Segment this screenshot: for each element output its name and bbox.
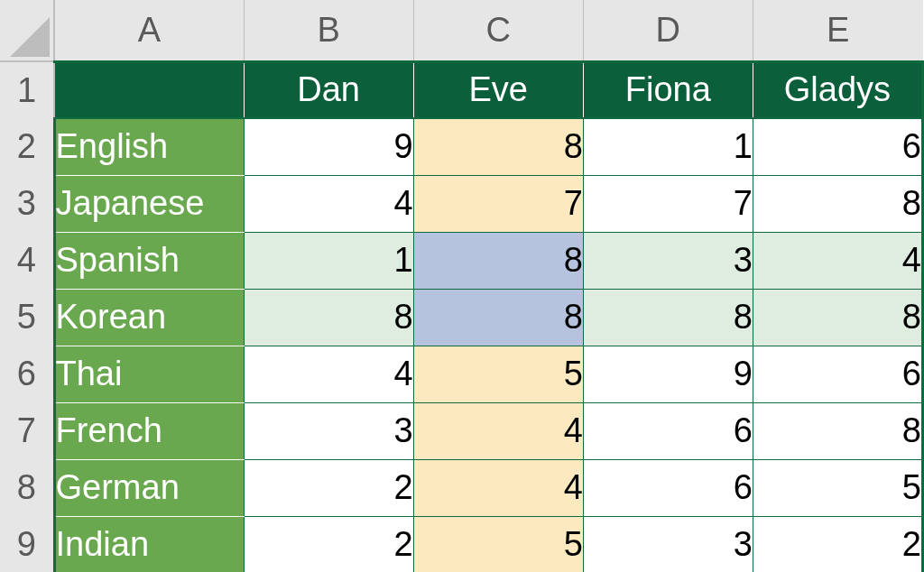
cell-C6[interactable]: 5 <box>413 346 583 402</box>
cell-A8[interactable]: German <box>54 459 244 516</box>
table-row: 5 Korean 8 8 8 8 <box>0 289 923 346</box>
row-header-3[interactable]: 3 <box>0 175 54 232</box>
cell-B3[interactable]: 4 <box>244 175 413 232</box>
cell-C7[interactable]: 4 <box>413 402 583 459</box>
cell-C4[interactable]: 8 <box>413 232 583 289</box>
cell-D1[interactable]: Fiona <box>583 61 753 118</box>
cell-A4[interactable]: Spanish <box>54 232 244 289</box>
column-header-C[interactable]: C <box>413 0 583 61</box>
table-row: 9 Indian 2 5 3 2 <box>0 516 923 572</box>
cell-D6[interactable]: 9 <box>583 346 753 402</box>
cell-D9[interactable]: 3 <box>583 516 753 572</box>
column-header-B[interactable]: B <box>244 0 413 61</box>
cell-D5[interactable]: 8 <box>583 289 753 346</box>
cell-A7[interactable]: French <box>54 402 244 459</box>
cell-A6[interactable]: Thai <box>54 346 244 402</box>
column-header-D[interactable]: D <box>583 0 753 61</box>
table-row: 4 Spanish 1 8 3 4 <box>0 232 923 289</box>
cell-B4[interactable]: 1 <box>244 232 413 289</box>
select-all-corner[interactable] <box>0 0 54 61</box>
cell-B5[interactable]: 8 <box>244 289 413 346</box>
cell-D2[interactable]: 1 <box>583 118 753 175</box>
column-header-E[interactable]: E <box>753 0 922 61</box>
cell-B2[interactable]: 9 <box>244 118 413 175</box>
table-row: 2 English 9 8 1 6 <box>0 118 923 175</box>
row-header-5[interactable]: 5 <box>0 289 54 346</box>
cell-E2[interactable]: 6 <box>753 118 922 175</box>
row-header-1[interactable]: 1 <box>0 61 54 118</box>
row-header-2[interactable]: 2 <box>0 118 54 175</box>
table-row: 3 Japanese 4 7 7 8 <box>0 175 923 232</box>
cell-B7[interactable]: 3 <box>244 402 413 459</box>
cell-B8[interactable]: 2 <box>244 459 413 516</box>
cell-A9[interactable]: Indian <box>54 516 244 572</box>
column-header-row: A B C D E <box>0 0 923 61</box>
table-row: 7 French 3 4 6 8 <box>0 402 923 459</box>
cell-A2[interactable]: English <box>54 118 244 175</box>
cell-D4[interactable]: 3 <box>583 232 753 289</box>
table-row: 8 German 2 4 6 5 <box>0 459 923 516</box>
cell-E3[interactable]: 8 <box>753 175 922 232</box>
cell-E6[interactable]: 6 <box>753 346 922 402</box>
select-all-triangle-icon <box>10 17 50 57</box>
cell-E1[interactable]: Gladys <box>753 61 922 118</box>
cell-B1[interactable]: Dan <box>244 61 413 118</box>
spreadsheet-grid[interactable]: A B C D E 1 Dan Eve Fiona Gladys 2 Engli… <box>0 0 924 572</box>
table-row: 1 Dan Eve Fiona Gladys <box>0 61 923 118</box>
row-header-6[interactable]: 6 <box>0 346 54 402</box>
cell-D7[interactable]: 6 <box>583 402 753 459</box>
spreadsheet-view: A B C D E 1 Dan Eve Fiona Gladys 2 Engli… <box>0 0 924 572</box>
cell-C1[interactable]: Eve <box>413 61 583 118</box>
column-header-A[interactable]: A <box>54 0 244 61</box>
cell-D8[interactable]: 6 <box>583 459 753 516</box>
cell-E9[interactable]: 2 <box>753 516 922 572</box>
row-header-7[interactable]: 7 <box>0 402 54 459</box>
cell-C5[interactable]: 8 <box>413 289 583 346</box>
cell-A3[interactable]: Japanese <box>54 175 244 232</box>
cell-B6[interactable]: 4 <box>244 346 413 402</box>
cell-E4[interactable]: 4 <box>753 232 922 289</box>
cell-B9[interactable]: 2 <box>244 516 413 572</box>
row-header-4[interactable]: 4 <box>0 232 54 289</box>
cell-C2[interactable]: 8 <box>413 118 583 175</box>
cell-D3[interactable]: 7 <box>583 175 753 232</box>
cell-E8[interactable]: 5 <box>753 459 922 516</box>
cell-E7[interactable]: 8 <box>753 402 922 459</box>
cell-C9[interactable]: 5 <box>413 516 583 572</box>
cell-C8[interactable]: 4 <box>413 459 583 516</box>
cell-A1[interactable] <box>54 61 244 118</box>
cell-A5[interactable]: Korean <box>54 289 244 346</box>
row-header-9[interactable]: 9 <box>0 516 54 572</box>
row-header-8[interactable]: 8 <box>0 459 54 516</box>
cell-C3[interactable]: 7 <box>413 175 583 232</box>
table-row: 6 Thai 4 5 9 6 <box>0 346 923 402</box>
svg-marker-0 <box>10 17 50 57</box>
cell-E5[interactable]: 8 <box>753 289 922 346</box>
